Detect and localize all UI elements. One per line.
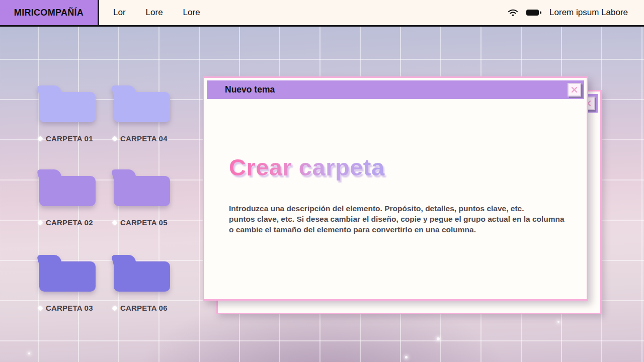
status-text: Lorem ipsum Labore [549, 8, 628, 18]
sparkle-dot [28, 352, 30, 354]
menu-item-3[interactable]: Lore [183, 8, 200, 18]
folder-label: CARPETA 04 [120, 134, 168, 143]
folder-icon[interactable] [114, 169, 170, 206]
folder-icon[interactable] [114, 85, 170, 122]
desktop-folder-carpeta-05[interactable]: CARPETA 05 [106, 169, 191, 227]
dialog-close-button[interactable] [568, 83, 581, 97]
desktop-folder-carpeta-02[interactable]: CARPETA 02 [31, 169, 117, 227]
dialog-titlebar[interactable]: Nuevo tema [207, 80, 584, 99]
status-tray: Lorem ipsum Labore [508, 0, 644, 25]
dialog-description-line: puntos clave, etc. Si desea cambiar el d… [229, 214, 577, 224]
diamond-bullet-icon [112, 136, 117, 141]
dialog-description: Introduzca una descripción del elemento.… [229, 203, 577, 235]
folder-icon[interactable] [39, 255, 96, 292]
diamond-bullet-icon [37, 305, 43, 311]
folder-icon[interactable] [39, 85, 96, 122]
sparkle-dot [437, 337, 440, 340]
desktop-folder-carpeta-04[interactable]: CARPETA 04 [106, 85, 191, 143]
dialog-description-line: o cambie el tamaño del elemento para con… [229, 224, 577, 235]
dialog-title: Nuevo tema [225, 84, 275, 95]
folder-label: CARPETA 06 [120, 304, 168, 312]
menu-items: Lor Lore Lore [99, 0, 200, 25]
diamond-bullet-icon [37, 136, 43, 141]
dialog-heading: Crear carpeta [229, 153, 385, 181]
diamond-bullet-icon [37, 220, 43, 225]
dialog-window-nuevo-tema[interactable]: Nuevo tema Crear carpeta Introduzca una … [203, 76, 588, 301]
menu-item-2[interactable]: Lore [146, 8, 163, 18]
folder-icon[interactable] [114, 255, 170, 292]
folder-label: CARPETA 03 [46, 304, 93, 312]
folder-label: CARPETA 02 [46, 218, 93, 227]
folder-label: CARPETA 05 [120, 218, 168, 227]
dialog-description-line: Introduzca una descripción del elemento.… [229, 203, 577, 214]
diamond-bullet-icon [112, 220, 117, 225]
battery-icon [526, 9, 542, 17]
sparkle-dot [557, 321, 559, 323]
wifi-icon [508, 9, 518, 17]
desktop-folder-carpeta-03[interactable]: CARPETA 03 [31, 255, 117, 312]
folder-icon[interactable] [39, 169, 96, 206]
menu-bar: MIRICOMPAÑÍA Lor Lore Lore Lorem ipsum L… [0, 0, 644, 27]
menu-item-1[interactable]: Lor [113, 8, 126, 18]
desktop-folder-carpeta-06[interactable]: CARPETA 06 [106, 255, 191, 312]
folder-label: CARPETA 01 [46, 134, 93, 143]
brand-logo: MIRICOMPAÑÍA [0, 0, 99, 25]
close-icon [571, 86, 578, 93]
dialog-content: Crear carpeta Introduzca una descripción… [229, 99, 575, 299]
diamond-bullet-icon [112, 305, 117, 311]
sparkle-dot [405, 356, 408, 358]
desktop-folder-carpeta-01[interactable]: CARPETA 01 [31, 85, 117, 143]
